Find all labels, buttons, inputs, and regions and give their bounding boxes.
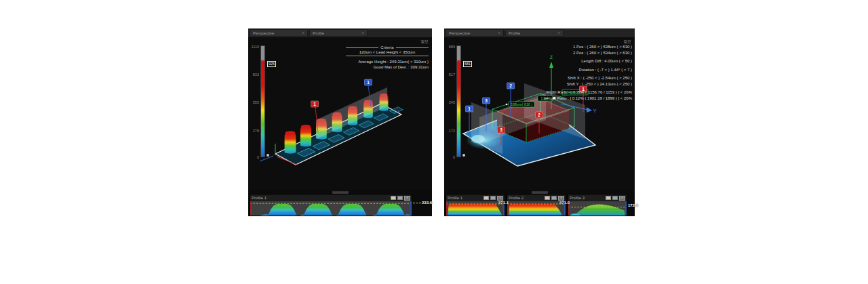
criteria-title: Criteria [380,45,393,49]
profile-strip: Profile 1 ⌃ [444,191,635,216]
length-diff-value: Length Diff : 4.00um ( < 50 ) [543,58,632,64]
profile-tool-icon[interactable] [391,196,396,200]
collapse-profile-button[interactable]: ⌃ [558,196,564,201]
colorbar-tick: 278 [251,129,259,133]
view-toolbar: Perspective ∨ Profile ∨ [248,28,432,37]
chevron-down-icon: ∨ [361,31,364,35]
view-toolbar: Perspective ∨ Profile ∨ [444,28,635,37]
colorbar-tick: 172 [447,129,455,133]
profile-tool-icon[interactable] [484,196,489,200]
height-colorbar: 689 517 345 172 0 581 [447,45,478,162]
svg-text:3: 3 [500,127,502,132]
svg-text:538um( 630 ): 538um( 630 ) [511,102,533,106]
measure-label-pos1: 538um( 630 ) [506,102,534,107]
shift-y-value: Shift Y : ( -250 < ) 24.13um ( < 250 ) [543,81,632,87]
profile-tool-icon[interactable] [612,196,618,200]
good-max-devi-value: Good Max of Devi. : 309.31um [346,64,429,70]
profile-chart[interactable] [507,201,566,216]
chevron-down-icon: ∨ [557,31,560,35]
profile-tool-icon[interactable] [606,196,611,200]
inspection-panel-component: Perspective ∨ Profile ∨ 정보 689 517 345 1… [444,28,635,216]
profile-title: Profile 1 [252,196,389,200]
profile-title: Profile 3 [570,196,604,200]
svg-text:1: 1 [367,80,370,85]
threshold-value: 233.6 [422,201,432,205]
chevron-down-icon: ∨ [302,31,304,35]
colorbar-tick: 555 [251,100,259,104]
profile-chart[interactable] [250,201,412,216]
threshold-dash-line [413,203,421,203]
colorbar-tick: 0 [251,155,259,159]
collapse-profile-button[interactable]: ⌃ [619,196,625,201]
chevron-down-icon: ∨ [498,31,500,35]
profile-pane-1: Profile 1 ⌃ [446,194,505,216]
profile-tool-icon[interactable] [397,196,403,200]
shift-x-value: Shift X : ( -250 < ) -2.54um ( < 250 ) [543,75,632,81]
pos1-value: 1 Pos : ( 260 < ) 538um ( < 630 ) [543,44,632,50]
profile-mode-label: Profile [509,31,520,35]
profile-mode-select[interactable]: Profile ∨ [309,29,368,37]
view-mode-select[interactable]: Perspective ∨ [446,29,504,37]
svg-text:2: 2 [538,113,540,117]
colorbar-marker[interactable]: 925 [267,61,276,67]
profile-pane-2: Profile 2 ⌃ [507,194,566,216]
profile-strip: Profile 1 ⌃ [248,191,432,216]
view-mode-select[interactable]: Perspective ∨ [250,29,308,37]
collapse-profile-button[interactable]: ⌃ [497,196,503,201]
colorbar-zero-handle[interactable] [462,154,465,157]
criteria-range: 120um < Lead Height < 350um [346,49,429,56]
width-ratio-value: Width Ratio : [ 0.33% ( 1156.76 / 1153 )… [543,89,632,96]
profile-pane-1: Profile 1 ⌃ [250,194,412,216]
pos2-value: 2 Pos : ( 260 < ) 534um ( < 630 ) [543,50,632,56]
collapse-profile-button[interactable]: ⌃ [404,196,410,201]
height-colorbar: 1110 833 555 278 0 925 [251,45,282,162]
colorbar-tick: 689 [447,45,455,49]
colorbar-tick: 517 [447,73,455,77]
colorbar-marker[interactable]: 581 [463,61,472,67]
threshold-value: 571.0 [559,201,570,205]
colorbar-tick: 1110 [251,45,259,49]
svg-text:2: 2 [509,83,512,88]
rotation-value: Rotation : ( -7 < ) 1.44° ( < 7 ) [543,67,632,73]
profile-mode-select[interactable]: Profile ∨ [505,29,564,37]
profile-pane-3: Profile 3 ⌃ [568,194,627,216]
measurement-block: 1 Pos : ( 260 < ) 538um ( < 630 ) 2 Pos … [543,44,632,101]
colorbar-gradient [260,45,265,157]
profile-title: Profile 2 [509,196,543,200]
3d-viewport[interactable]: 정보 1110 833 555 278 0 925 Criteria 120um… [248,37,432,191]
profile-chart[interactable] [568,201,627,216]
colorbar-tick: 833 [251,73,259,77]
inspection-panel-lead-height: Perspective ∨ Profile ∨ 정보 1110 833 555 … [248,28,432,216]
profile-title: Profile 1 [448,196,482,200]
length-ratio-value: Length Ratio : [ 0.12% ( 1901.19 / 1899 … [543,96,632,102]
profile-tool-icon[interactable] [490,196,496,200]
threshold-value: 172.2 [628,203,638,207]
colorbar-tick: 345 [447,100,455,104]
svg-text:3: 3 [485,98,488,103]
profile-chart[interactable] [446,201,505,216]
profile-tool-icon[interactable] [545,196,550,200]
colorbar-zero-handle[interactable] [267,154,269,157]
3d-viewport[interactable]: 정보 689 517 345 172 0 581 1 Pos : ( 260 <… [444,37,635,191]
profile-tool-icon[interactable] [551,196,557,200]
view-mode-label: Perspective [449,31,470,35]
colorbar-gradient [456,45,461,157]
svg-text:1: 1 [313,102,316,106]
axis-y-label: Y [593,108,597,113]
threshold-value: 571.1 [498,201,509,205]
profile-mode-label: Profile [313,31,324,35]
view-mode-label: Perspective [253,31,274,35]
criteria-block: Criteria 120um < Lead Height < 350um Ave… [346,45,429,70]
average-height-value: Average Height : 249.31um( < 310um ) [346,59,429,64]
info-label: 정보 [420,39,429,45]
colorbar-tick: 0 [447,155,455,159]
